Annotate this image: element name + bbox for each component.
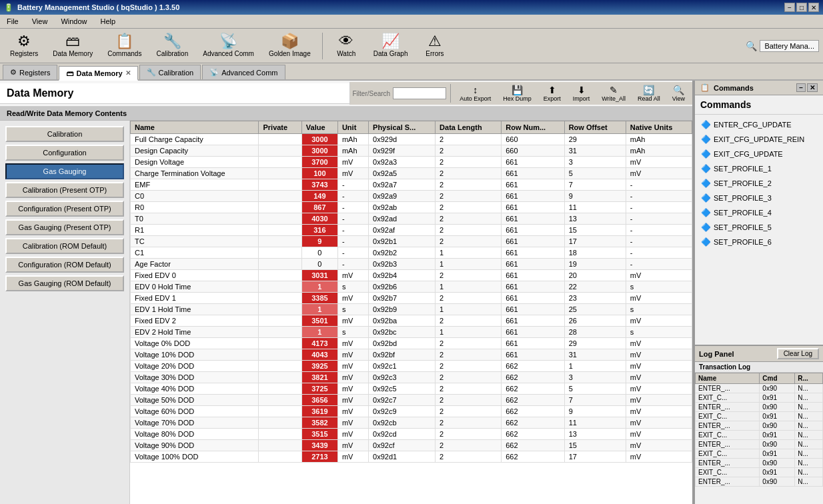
menu-help[interactable]: Help — [97, 16, 120, 27]
content-area: Calibration Configuration Gas Gauging Ca… — [0, 121, 692, 504]
cell-value[interactable]: 3582 — [301, 417, 337, 429]
cell-value[interactable]: 3515 — [301, 429, 337, 440]
minimize-button[interactable]: − — [784, 3, 795, 12]
cell-value[interactable]: 3501 — [301, 315, 337, 327]
cell-value[interactable]: 3821 — [301, 372, 337, 383]
cell-value[interactable]: 3725 — [301, 383, 337, 395]
cell-native-units: s — [626, 281, 692, 293]
cell-physical: 0x92cb — [369, 417, 436, 429]
sidebar-calibration-rom[interactable]: Calibration (ROM Default) — [5, 238, 124, 254]
auto-export-button[interactable]: ↕ Auto Export — [455, 83, 496, 103]
write-all-button[interactable]: ✎ Write_All — [597, 83, 630, 103]
command-set-profile-2[interactable]: 🔷SET_PROFILE_2 — [698, 176, 820, 191]
tab-calibration[interactable]: 🔧 Calibration — [139, 65, 201, 79]
clear-log-button[interactable]: Clear Log — [777, 348, 819, 359]
sidebar-configuration-otp[interactable]: Configuration (Present OTP) — [5, 201, 124, 217]
toolbar-calibration[interactable]: 🔧 Calibration — [150, 31, 194, 60]
cell-value[interactable]: 3656 — [301, 395, 337, 406]
command-icon: 🔷 — [701, 149, 711, 159]
cell-unit: mV — [337, 168, 368, 179]
view-button[interactable]: 🔍 View — [668, 83, 690, 103]
log-row: ENTER_... 0x90 N... — [696, 403, 823, 412]
cell-unit: mAh — [337, 145, 368, 157]
hex-dump-button[interactable]: 💾 Hex Dump — [498, 83, 536, 103]
cell-row-num: 662 — [502, 406, 564, 417]
toolbar-data-graph[interactable]: 📈 Data Graph — [367, 31, 414, 60]
data-memory-tab-close[interactable]: ✕ — [125, 69, 131, 77]
cell-value[interactable]: 4030 — [301, 213, 337, 225]
cell-value[interactable]: 3700 — [301, 157, 337, 168]
sidebar-gas-gauging-otp[interactable]: Gas Gauging (Present OTP) — [5, 219, 124, 235]
cell-private — [259, 315, 301, 327]
cell-value[interactable]: 3385 — [301, 293, 337, 304]
cell-physical: 0x92c3 — [369, 372, 436, 383]
cell-value[interactable]: 3619 — [301, 406, 337, 417]
cell-native-units: mV — [626, 270, 692, 281]
export-button[interactable]: ⬆ Export — [539, 83, 566, 103]
menu-window[interactable]: Window — [57, 16, 91, 27]
cell-value[interactable]: 149 — [301, 191, 337, 202]
command-set-profile-3[interactable]: 🔷SET_PROFILE_3 — [698, 191, 820, 205]
command-exit-cfg-update[interactable]: 🔷EXIT_CFG_UPDATE — [698, 147, 820, 161]
cell-value[interactable]: 1 — [301, 281, 337, 293]
command-set-profile-5[interactable]: 🔷SET_PROFILE_5 — [698, 220, 820, 235]
menu-file[interactable]: File — [3, 16, 23, 27]
command-enter-cfg-update[interactable]: 🔷ENTER_CFG_UPDATE — [698, 117, 820, 132]
import-button[interactable]: ⬇ Import — [568, 83, 595, 103]
command-exit-cfg-update-rein[interactable]: 🔷EXIT_CFG_UPDATE_REIN — [698, 132, 820, 147]
cell-value[interactable]: 9 — [301, 236, 337, 247]
sidebar-calibration-otp[interactable]: Calibration (Present OTP) — [5, 182, 124, 198]
filter-input[interactable] — [393, 87, 446, 99]
close-button[interactable]: ✕ — [808, 3, 819, 12]
cell-physical: 0x92b2 — [369, 247, 436, 259]
cell-physical: 0x92b7 — [369, 293, 436, 304]
cell-unit: - — [337, 247, 368, 259]
cell-data-length: 2 — [436, 145, 502, 157]
cell-native-units: - — [626, 236, 692, 247]
menu-view[interactable]: View — [28, 16, 52, 27]
tab-data-memory[interactable]: 🗃 Data Memory ✕ — [59, 66, 137, 81]
sidebar-gas-gauging[interactable]: Gas Gauging — [5, 163, 124, 179]
cell-value[interactable]: 2713 — [301, 451, 337, 463]
cell-value[interactable]: 3925 — [301, 361, 337, 372]
toolbar-data-memory[interactable]: 🗃 Data Memory — [47, 31, 99, 60]
cell-value[interactable]: 0 — [301, 247, 337, 259]
cell-name: Voltage 70% DOD — [131, 417, 259, 429]
sidebar-calibration[interactable]: Calibration — [5, 126, 124, 142]
sidebar-configuration-rom[interactable]: Configuration (ROM Default) — [5, 257, 124, 273]
maximize-button[interactable]: □ — [796, 3, 807, 12]
right-panel-close[interactable]: ✕ — [807, 83, 818, 92]
cell-value[interactable]: 1 — [301, 327, 337, 338]
toolbar-errors[interactable]: ⚠ Errors — [416, 31, 453, 60]
right-panel-min[interactable]: − — [796, 83, 806, 92]
cell-value[interactable]: 3000 — [301, 134, 337, 145]
sidebar-configuration[interactable]: Configuration — [5, 145, 124, 161]
tab-registers[interactable]: ⚙ Registers — [3, 65, 57, 79]
sidebar-gas-gauging-rom[interactable]: Gas Gauging (ROM Default) — [5, 275, 124, 291]
command-set-profile-6[interactable]: 🔷SET_PROFILE_6 — [698, 235, 820, 249]
command-set-profile-4[interactable]: 🔷SET_PROFILE_4 — [698, 205, 820, 220]
cell-value[interactable]: 1 — [301, 304, 337, 315]
toolbar-advanced-comm[interactable]: 📡 Advanced Comm — [197, 31, 260, 60]
cell-value[interactable]: 100 — [301, 168, 337, 179]
command-set-profile-1[interactable]: 🔷SET_PROFILE_1 — [698, 161, 820, 176]
toolbar-watch[interactable]: 👁 Watch — [328, 31, 365, 60]
tab-advanced-comm[interactable]: 📡 Advanced Comm — [202, 65, 285, 79]
cell-row-offset: 3 — [564, 157, 626, 168]
cell-value[interactable]: 4173 — [301, 338, 337, 349]
toolbar-commands[interactable]: 📋 Commands — [101, 31, 147, 60]
cell-value[interactable]: 3743 — [301, 179, 337, 191]
cell-value[interactable]: 3000 — [301, 145, 337, 157]
cell-value[interactable]: 3439 — [301, 440, 337, 451]
toolbar-registers[interactable]: ⚙ Registers — [4, 31, 44, 60]
cell-row-offset: 7 — [564, 395, 626, 406]
toolbar-golden-image[interactable]: 📦 Golden Image — [263, 31, 317, 60]
cell-value[interactable]: 3031 — [301, 270, 337, 281]
cell-value[interactable]: 4043 — [301, 349, 337, 361]
log-row: ENTER_... 0x90 N... — [696, 477, 823, 487]
cell-value[interactable]: 316 — [301, 225, 337, 236]
read-all-button[interactable]: 🔄 Read All — [633, 83, 665, 103]
cell-unit: mV — [337, 338, 368, 349]
cell-value[interactable]: 0 — [301, 259, 337, 270]
cell-value[interactable]: 867 — [301, 202, 337, 213]
